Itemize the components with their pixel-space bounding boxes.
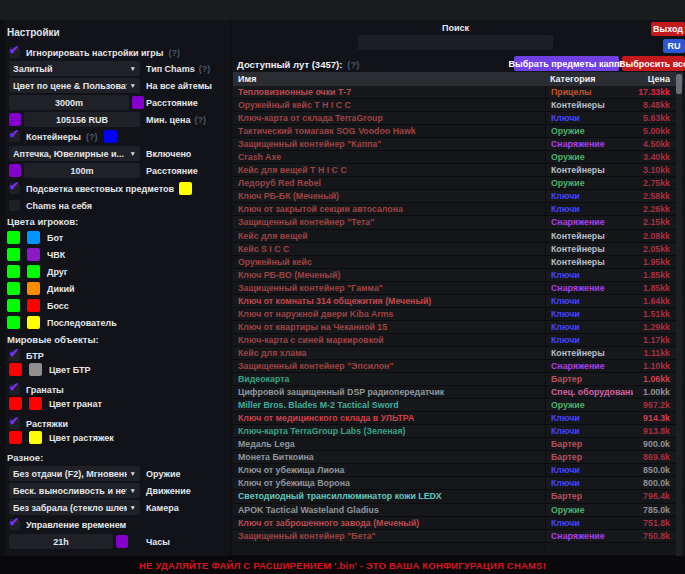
table-row[interactable]: Ключ от квартиры на Чеканной 15 Ключи 1.… xyxy=(233,321,683,334)
movement-row: Беск. выносливость и нет уста ▼ Движение xyxy=(9,483,227,498)
table-row[interactable]: Оружейный кейс Контейнеры 1.95kk xyxy=(233,256,683,269)
select-kappa-items-button[interactable]: Выбрать предметы каппа xyxy=(514,56,619,71)
table-row[interactable]: Ключ от наружной двери Kiba Arms Ключи 1… xyxy=(233,308,683,321)
btr-checkbox[interactable] xyxy=(9,350,20,361)
table-row[interactable]: Защищенный контейнер "Каппа" Снаряжение … xyxy=(233,138,683,151)
visible-color-swatch[interactable] xyxy=(7,265,20,278)
hidden-color-swatch[interactable] xyxy=(27,299,40,312)
time-control-checkbox[interactable] xyxy=(9,519,20,530)
item-color-select[interactable]: Цвет по цене & Пользователь ▼ xyxy=(9,78,140,93)
containers-color-swatch[interactable] xyxy=(104,130,117,143)
table-row[interactable]: Защищенный контейнер "Гамма" Снаряжение … xyxy=(233,282,683,295)
chams-self-checkbox[interactable] xyxy=(9,200,20,211)
min-price-input[interactable]: 105156 RUB xyxy=(24,112,140,127)
language-button[interactable]: RU xyxy=(663,39,685,53)
table-row[interactable]: Тактический томагавк SOG Voodoo Hawk Ору… xyxy=(233,125,683,138)
time-input[interactable]: 21h xyxy=(9,534,113,549)
table-row[interactable]: Цифровой защищенный DSP радиопередатчик … xyxy=(233,386,683,399)
table-row[interactable]: Ключ от закрытой секции автосалона Ключи… xyxy=(233,203,683,216)
table-row[interactable]: Защищенный контейнер "Тета" Снаряжение 2… xyxy=(233,216,683,229)
visible-color-swatch[interactable] xyxy=(7,248,20,261)
camera-select[interactable]: Без забрала (стекло шлема) ▼ xyxy=(9,500,140,515)
movement-select[interactable]: Беск. выносливость и нет уста ▼ xyxy=(9,483,140,498)
containers-distance-color-swatch[interactable] xyxy=(9,164,21,177)
visible-color-swatch[interactable] xyxy=(7,299,20,312)
scrollbar-thumb[interactable] xyxy=(676,74,682,94)
table-row[interactable]: Видеокарта Бартер 1.06kk xyxy=(233,373,683,386)
chevron-down-icon: ▼ xyxy=(130,470,136,477)
tripwire-color-swatch-1[interactable] xyxy=(9,431,22,444)
item-name: Защищенный контейнер "Тета" xyxy=(233,217,545,227)
table-row[interactable]: Оружейный кейс T H I C C Контейнеры 8.48… xyxy=(233,99,683,112)
table-row[interactable]: Тепловизионные очки Т-7 Прицелы 17.33kk xyxy=(233,86,683,99)
visible-color-swatch[interactable] xyxy=(7,282,20,295)
table-row[interactable]: Кейс для вещей T H I C C Контейнеры 3.10… xyxy=(233,164,683,177)
table-row[interactable]: Кейс для вещей Контейнеры 2.08kk xyxy=(233,230,683,243)
table-row[interactable]: APOK Tactical Wasteland Gladius Оружие 7… xyxy=(233,504,683,517)
grenade-color-swatch-1[interactable] xyxy=(9,397,22,410)
table-row[interactable]: Светодиодный трансиллюминатор кожи LEDX … xyxy=(233,490,683,503)
table-row[interactable]: Ледоруб Red Rebel Оружие 2.75kk xyxy=(233,177,683,190)
table-row[interactable] xyxy=(233,543,683,556)
table-row[interactable]: Монета Биткоина Бартер 869.6k xyxy=(233,451,683,464)
table-row[interactable]: Медаль Lega Бартер 900.0k xyxy=(233,438,683,451)
weapon-row: Без отдачи (F2), Мгновенное п ▼ Оружие xyxy=(9,466,227,481)
tripwires-checkbox[interactable] xyxy=(9,418,20,429)
exit-button[interactable]: Выход xyxy=(651,22,685,36)
table-row[interactable]: Защищенный контейнер "Эпсилон" Снаряжени… xyxy=(233,360,683,373)
hidden-color-swatch[interactable] xyxy=(27,282,40,295)
visible-color-swatch[interactable] xyxy=(7,316,20,329)
time-color-swatch[interactable] xyxy=(116,535,128,548)
loot-table-body: Тепловизионные очки Т-7 Прицелы 17.33kk … xyxy=(233,86,683,556)
table-row[interactable]: Ключ от убежища Лиона Ключи 850.0k xyxy=(233,464,683,477)
weapon-select[interactable]: Без отдачи (F2), Мгновенное п ▼ xyxy=(9,466,140,481)
containers-distance-input[interactable]: 100m xyxy=(24,163,140,178)
grenades-checkbox[interactable] xyxy=(9,384,20,395)
search-input[interactable] xyxy=(358,35,553,50)
item-category: Контейнеры xyxy=(545,164,633,176)
ignore-game-settings-checkbox[interactable] xyxy=(9,47,20,58)
table-row[interactable]: Ключ-карта от склада TerraGroup Ключи 5.… xyxy=(233,112,683,125)
containers-mode-select[interactable]: Аптечка, Ювелирные и... ▼ xyxy=(9,146,140,161)
table-row[interactable]: Ключ РБ-ВО (Меченый) Ключи 1.85kk xyxy=(233,269,683,282)
table-row[interactable]: Crash Axe Оружие 3.40kk xyxy=(233,151,683,164)
table-row[interactable]: Ключ от медицинского склада в УЛЬТРА Клю… xyxy=(233,412,683,425)
btr-color-swatch-2[interactable] xyxy=(29,363,42,376)
grenade-color-swatch-2[interactable] xyxy=(29,397,42,410)
item-category: Бартер xyxy=(545,490,633,502)
player-color-row: Бот xyxy=(7,231,117,244)
chams-type-select[interactable]: Залитый ▼ xyxy=(9,61,140,76)
table-row[interactable]: Ключ-карта с синей маркировкой Ключи 1.1… xyxy=(233,334,683,347)
help-icon: (?) xyxy=(168,48,180,58)
visible-color-swatch[interactable] xyxy=(7,231,20,244)
distance-input[interactable]: 3000m xyxy=(9,95,129,110)
tripwire-color-swatch-2[interactable] xyxy=(29,431,42,444)
containers-row: Контейнеры (?) xyxy=(9,129,227,144)
table-row[interactable]: Ключ от комнаты 314 общежития (Меченый) … xyxy=(233,295,683,308)
btr-color-swatch-1[interactable] xyxy=(9,363,22,376)
table-row[interactable]: Ключ РБ-БК (Меченый) Ключи 2.58kk xyxy=(233,190,683,203)
table-row[interactable]: Ключ-карта TerraGroup Labs (Зеленая) Клю… xyxy=(233,425,683,438)
player-type-label: Дикий xyxy=(47,284,75,294)
column-header-category[interactable]: Категория xyxy=(545,74,633,84)
quest-items-label: Подсветка квестовых предметов xyxy=(26,184,174,194)
column-header-name[interactable]: Имя xyxy=(233,74,545,84)
hidden-color-swatch[interactable] xyxy=(27,265,40,278)
table-row[interactable]: Ключ от убежища Ворона Ключи 800.0k xyxy=(233,477,683,490)
table-row[interactable]: Кейс S I C C Контейнеры 2.05kk xyxy=(233,243,683,256)
tripwires-label: Растяжки xyxy=(26,419,68,429)
hidden-color-swatch[interactable] xyxy=(27,248,40,261)
hidden-color-swatch[interactable] xyxy=(27,231,40,244)
table-row[interactable]: Ключ от заброшенного завода (Меченый) Кл… xyxy=(233,517,683,530)
hidden-color-swatch[interactable] xyxy=(27,316,40,329)
containers-checkbox[interactable] xyxy=(9,131,20,142)
quest-items-checkbox[interactable] xyxy=(9,183,20,194)
btr-label: БТР xyxy=(26,351,44,361)
table-row[interactable]: Защищенный контейнер "Бета" Снаряжение 7… xyxy=(233,530,683,543)
quest-items-color-swatch[interactable] xyxy=(179,182,192,195)
drop-all-button[interactable]: Выбросить все xyxy=(622,56,685,71)
min-price-color-swatch[interactable] xyxy=(9,113,21,126)
table-row[interactable]: Miller Bros. Blades M-2 Tactical Sword О… xyxy=(233,399,683,412)
distance-color-swatch[interactable] xyxy=(132,96,144,109)
table-row[interactable]: Кейс для хлама Контейнеры 1.11kk xyxy=(233,347,683,360)
